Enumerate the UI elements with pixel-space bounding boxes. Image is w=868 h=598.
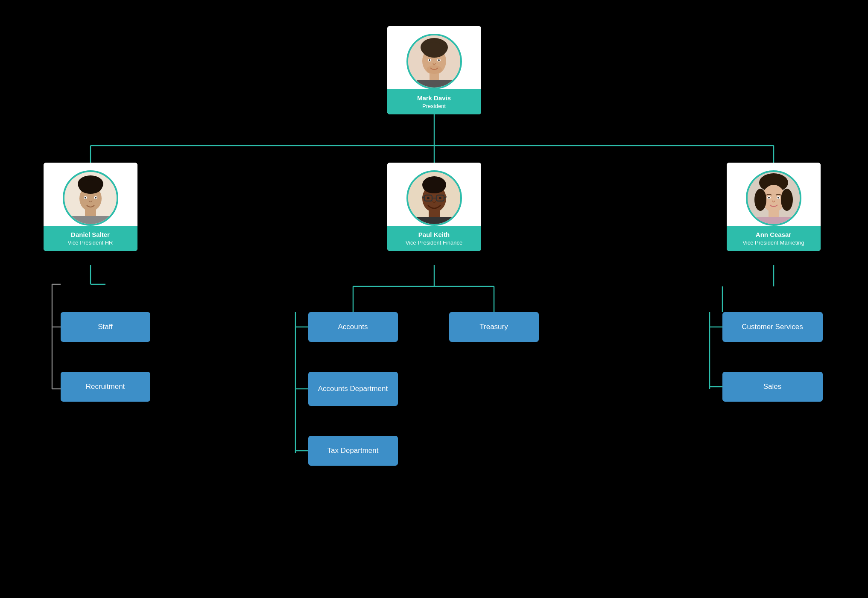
person-title-daniel: Vice President HR	[47, 239, 134, 247]
svg-point-57	[427, 197, 430, 199]
card-label-ann: Ann Ceasar Vice President Marketing	[727, 226, 821, 251]
svg-point-34	[438, 59, 440, 61]
avatar-daniel	[63, 170, 118, 226]
person-name-mark: Mark Davis	[391, 93, 478, 102]
card-label-mark: Mark Davis President	[387, 89, 481, 114]
dept-label-accounts: Accounts	[338, 323, 368, 331]
person-name-ann: Ann Ceasar	[730, 230, 817, 239]
person-card-daniel: Daniel Salter Vice President HR	[44, 163, 137, 251]
svg-point-45	[95, 197, 96, 198]
avatar-mark	[406, 34, 462, 89]
dept-box-staff: Staff	[61, 312, 150, 342]
dept-box-treasury: Treasury	[449, 312, 539, 342]
svg-point-44	[85, 197, 86, 198]
person-card-mark: Mark Davis President	[387, 26, 481, 114]
dept-label-taxdept: Tax Department	[327, 446, 379, 455]
avatar-ann	[746, 170, 801, 226]
svg-rect-51	[412, 217, 456, 224]
dept-label-accdept: Accounts Department	[318, 385, 388, 393]
svg-point-49	[423, 181, 445, 193]
card-label-paul: Paul Keith Vice President Finance	[387, 226, 481, 251]
person-title-mark: President	[391, 102, 478, 110]
dept-label-staff: Staff	[98, 323, 113, 331]
svg-point-30	[422, 42, 446, 58]
person-title-ann: Vice President Marketing	[730, 239, 817, 247]
svg-point-68	[768, 197, 770, 198]
dept-box-accounts: Accounts	[308, 312, 398, 342]
dept-box-accdept: Accounts Department	[308, 372, 398, 406]
org-chart: Mark Davis President	[18, 13, 850, 585]
svg-rect-65	[754, 217, 793, 224]
avatar-wrap-paul	[387, 163, 481, 226]
dept-box-custserv: Customer Services	[722, 312, 823, 342]
avatar-wrap-daniel	[44, 163, 137, 226]
person-name-daniel: Daniel Salter	[47, 230, 134, 239]
avatar-paul	[406, 170, 462, 226]
svg-rect-40	[71, 216, 110, 224]
dept-label-custserv: Customer Services	[742, 323, 803, 331]
person-name-paul: Paul Keith	[391, 230, 478, 239]
avatar-wrap-ann	[727, 163, 821, 226]
svg-point-33	[429, 59, 430, 61]
svg-rect-29	[417, 80, 452, 88]
person-card-paul: Paul Keith Vice President Finance	[387, 163, 481, 251]
dept-label-sales: Sales	[763, 382, 782, 391]
svg-point-64	[781, 189, 793, 211]
dept-box-recruitment: Recruitment	[61, 372, 150, 402]
dept-label-recruitment: Recruitment	[86, 382, 125, 391]
card-label-daniel: Daniel Salter Vice President HR	[44, 226, 137, 251]
person-card-ann: Ann Ceasar Vice President Marketing	[727, 163, 821, 251]
dept-label-treasury: Treasury	[479, 323, 508, 331]
svg-point-35	[427, 65, 442, 74]
person-title-paul: Vice President Finance	[391, 239, 478, 247]
svg-point-58	[439, 197, 441, 199]
avatar-wrap-mark	[387, 26, 481, 89]
svg-point-41	[79, 180, 102, 194]
dept-box-sales: Sales	[722, 372, 823, 402]
dept-box-taxdept: Tax Department	[308, 436, 398, 466]
svg-point-63	[754, 189, 766, 211]
svg-point-69	[777, 197, 779, 198]
